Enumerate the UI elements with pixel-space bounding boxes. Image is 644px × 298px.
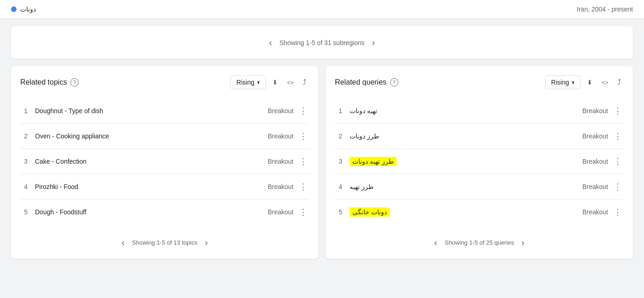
related-topics-footer: Showing 1-5 of 13 topics [20, 228, 309, 250]
queries-next-button[interactable] [520, 235, 527, 250]
row-right: Breakout ⋮ [582, 155, 624, 167]
related-queries-help-icon[interactable]: ? [390, 78, 398, 86]
topics-prev-button[interactable] [120, 235, 126, 250]
related-topics-panel: Related topics ? Rising ⤴ [11, 66, 318, 259]
related-topics-embed-button[interactable] [284, 75, 296, 89]
table-row: 2 Oven - Cooking appliance Breakout ⋮ [20, 124, 309, 149]
panels-container: Related topics ? Rising ⤴ [0, 66, 644, 270]
breakout-badge: Breakout [268, 158, 293, 165]
breakout-badge: Breakout [268, 208, 293, 216]
topics-list: 1 Doughnut - Type of dish Breakout ⋮ 2 O… [20, 98, 309, 224]
row-right: Breakout ⋮ [268, 105, 309, 117]
row-right: Breakout ⋮ [582, 105, 624, 117]
row-left: 2 Oven - Cooking appliance [20, 132, 109, 140]
row-right: Breakout ⋮ [268, 206, 309, 218]
row-number: 4 [335, 183, 342, 190]
related-queries-download-button[interactable] [584, 75, 595, 89]
row-left: 4 طرز تهیه [335, 183, 374, 190]
row-label: Dough - Foodstuff [35, 208, 86, 216]
chevron-right-icon [372, 37, 375, 48]
related-topics-header: Related topics ? Rising ⤴ [20, 75, 309, 89]
related-topics-dropdown[interactable]: Rising [230, 75, 266, 89]
table-row: 3 طرز تهیه دونات Breakout ⋮ [335, 149, 624, 174]
table-row: 1 تهیه دونات Breakout ⋮ [335, 98, 624, 124]
row-right: Breakout ⋮ [268, 155, 309, 167]
queries-prev-button[interactable] [432, 235, 439, 250]
search-term: دونات [20, 6, 36, 13]
related-topics-title: Related topics [20, 78, 67, 86]
row-number: 3 [20, 158, 28, 165]
download-icon [587, 78, 592, 86]
row-number: 3 [335, 158, 342, 165]
row-right: Breakout ⋮ [582, 130, 624, 142]
related-topics-share-button[interactable]: ⤴ [300, 75, 309, 89]
table-row: 4 طرز تهیه Breakout ⋮ [335, 174, 624, 200]
highlighted-query-label: طرز تهیه دونات [350, 157, 397, 166]
subregion-count: Showing 1-5 of 31 subregions [279, 39, 364, 46]
region-date: Iran, 2004 - present [577, 6, 633, 13]
related-topics-download-button[interactable] [270, 75, 281, 89]
row-left: 2 طرز دونات [335, 132, 379, 140]
row-right: Breakout ⋮ [268, 181, 309, 193]
breakout-badge: Breakout [268, 132, 293, 140]
queries-list: 1 تهیه دونات Breakout ⋮ 2 طرز دونات Brea… [335, 98, 624, 224]
table-row: 2 طرز دونات Breakout ⋮ [335, 124, 624, 149]
chevron-left-icon [121, 237, 125, 248]
related-queries-embed-button[interactable] [599, 75, 611, 89]
row-left: 1 Doughnut - Type of dish [20, 107, 103, 115]
chevron-right-icon [522, 237, 525, 248]
row-label: Pirozhki - Food [35, 183, 78, 190]
breakout-badge: Breakout [268, 107, 293, 115]
row-left: 5 دونات خانگی [335, 207, 390, 217]
chevron-left-icon [269, 37, 272, 48]
related-topics-help-icon[interactable]: ? [70, 78, 79, 86]
row-left: 1 تهیه دونات [335, 107, 377, 115]
more-options-button[interactable]: ⋮ [612, 130, 624, 142]
related-topics-title-group: Related topics ? [20, 78, 79, 86]
row-right: Breakout ⋮ [582, 181, 624, 193]
breakout-badge: Breakout [582, 107, 608, 115]
row-left: 3 طرز تهیه دونات [335, 157, 397, 166]
queries-count: Showing 1-5 of 25 queries [444, 239, 514, 246]
subregion-next-button[interactable] [370, 35, 377, 50]
row-label: طرز دونات [350, 132, 379, 140]
top-bar: دونات Iran, 2004 - present [0, 0, 644, 19]
more-options-button[interactable]: ⋮ [297, 206, 309, 218]
embed-icon [602, 78, 608, 86]
row-right: Breakout ⋮ [582, 206, 624, 218]
download-icon [272, 78, 278, 86]
topics-next-button[interactable] [203, 235, 210, 250]
related-queries-share-button[interactable]: ⤴ [615, 75, 624, 89]
row-left: 4 Pirozhki - Food [20, 183, 78, 190]
breakout-badge: Breakout [268, 183, 293, 190]
row-label: Doughnut - Type of dish [35, 107, 103, 115]
more-options-button[interactable]: ⋮ [612, 155, 624, 167]
row-label: Cake - Confection [35, 158, 86, 165]
subregion-prev-button[interactable] [267, 35, 274, 50]
blue-dot-icon [11, 6, 17, 12]
breakout-badge: Breakout [582, 158, 608, 165]
more-options-button[interactable]: ⋮ [297, 181, 309, 193]
breakout-badge: Breakout [582, 208, 608, 216]
related-queries-title-group: Related queries ? [335, 78, 398, 86]
chevron-left-icon [434, 237, 437, 248]
related-queries-title: Related queries [335, 78, 386, 86]
row-number: 2 [335, 132, 342, 140]
row-label: Oven - Cooking appliance [35, 132, 109, 140]
row-label: طرز تهیه [350, 183, 374, 190]
row-number: 4 [20, 183, 28, 190]
more-options-button[interactable]: ⋮ [612, 181, 624, 193]
related-queries-panel: Related queries ? Rising ⤴ [326, 66, 633, 259]
more-options-button[interactable]: ⋮ [612, 206, 624, 218]
more-options-button[interactable]: ⋮ [297, 130, 309, 142]
top-bar-left: دونات [11, 6, 36, 13]
more-options-button[interactable]: ⋮ [612, 105, 624, 117]
related-queries-dropdown[interactable]: Rising [545, 75, 581, 89]
more-options-button[interactable]: ⋮ [297, 155, 309, 167]
row-label: تهیه دونات [350, 107, 377, 115]
topics-count: Showing 1-5 of 13 topics [132, 239, 197, 246]
row-right: Breakout ⋮ [268, 130, 309, 142]
row-number: 1 [335, 107, 342, 115]
related-queries-header: Related queries ? Rising ⤴ [335, 75, 624, 89]
more-options-button[interactable]: ⋮ [297, 105, 309, 117]
